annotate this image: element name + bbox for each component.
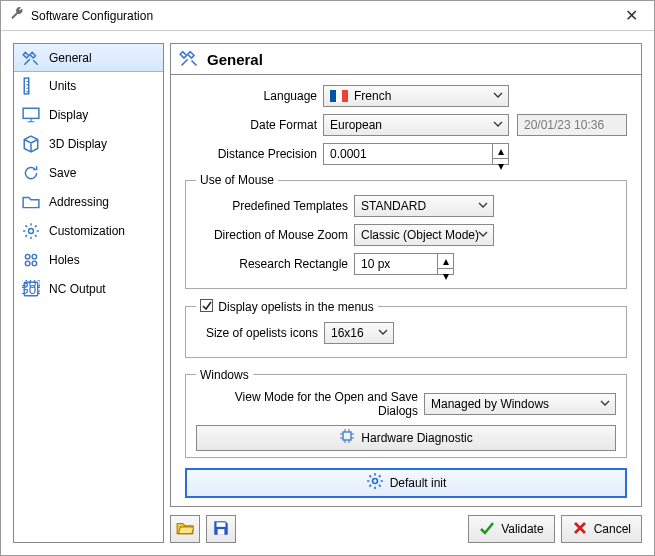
opelists-group: Display opelists in the menus Size of op… (185, 299, 627, 358)
sidebar-item-label: General (49, 51, 92, 65)
mouse-group: Use of Mouse Predefined Templates STANDA… (185, 173, 627, 289)
opelist-size-label: Size of opelists icons (196, 326, 324, 340)
content: General Units Display 3D Display Save (1, 31, 654, 555)
chevron-down-icon (493, 118, 503, 132)
opelist-size-select[interactable]: 16x16 (324, 322, 394, 344)
precision-label: Distance Precision (185, 147, 323, 161)
chevron-down-icon (478, 228, 488, 242)
floppy-icon (212, 519, 230, 540)
monitor-icon (22, 106, 40, 124)
panel-title: General (207, 51, 263, 68)
language-value: French (354, 89, 391, 103)
windows-legend: Windows (196, 368, 253, 382)
folder-icon (22, 193, 40, 211)
svg-rect-12 (217, 522, 226, 527)
language-select[interactable]: French (323, 85, 509, 107)
svg-point-5 (25, 261, 30, 266)
sidebar-item-general[interactable]: General (13, 43, 164, 72)
sidebar-item-nc-output[interactable]: G01G02 NC Output (14, 274, 163, 303)
cross-icon (572, 520, 588, 539)
svg-point-3 (25, 254, 30, 259)
default-init-label: Default init (390, 476, 447, 490)
gear-icon (366, 472, 384, 493)
precision-value: 0.0001 (330, 147, 367, 161)
precision-input[interactable]: 0.0001 ▴▾ (323, 143, 509, 165)
close-icon[interactable]: ✕ (616, 6, 646, 25)
viewmode-value: Managed by Windows (431, 397, 549, 411)
save-button[interactable] (206, 515, 236, 543)
refresh-icon (22, 164, 40, 182)
sidebar-item-addressing[interactable]: Addressing (14, 187, 163, 216)
sidebar-item-label: Display (49, 108, 88, 122)
sidebar-item-label: NC Output (49, 282, 106, 296)
spinner-icon[interactable]: ▴▾ (492, 144, 508, 164)
sidebar-item-label: Units (49, 79, 76, 93)
sidebar-item-label: Save (49, 166, 76, 180)
chevron-down-icon (493, 89, 503, 103)
validate-button[interactable]: Validate (468, 515, 554, 543)
hw-diag-label: Hardware Diagnostic (361, 431, 472, 445)
opelist-size-value: 16x16 (331, 326, 364, 340)
sidebar: General Units Display 3D Display Save (13, 43, 164, 543)
dateformat-sample: 20/01/23 10:36 (517, 114, 627, 136)
rect-label: Research Rectangle (196, 257, 354, 271)
opelists-legend: Display opelists in the menus (196, 299, 378, 314)
sidebar-item-display[interactable]: Display (14, 100, 163, 129)
tools-icon (179, 48, 199, 71)
rect-value: 10 px (361, 257, 390, 271)
validate-label: Validate (501, 522, 543, 536)
gear-icon (22, 222, 40, 240)
wrench-icon (9, 6, 25, 25)
sidebar-item-customization[interactable]: Customization (14, 216, 163, 245)
panel-body: Language French Date Format European (170, 75, 642, 507)
open-button[interactable] (170, 515, 200, 543)
svg-point-4 (32, 254, 37, 259)
zoom-value: Classic (Object Mode) (361, 228, 479, 242)
templates-label: Predefined Templates (196, 199, 354, 213)
dateformat-select[interactable]: European (323, 114, 509, 136)
cancel-button[interactable]: Cancel (561, 515, 642, 543)
titlebar: Software Configuration ✕ (1, 1, 654, 31)
opelists-checkbox[interactable] (200, 299, 213, 312)
svg-rect-13 (218, 529, 225, 535)
chip-icon (339, 428, 355, 447)
windows-group: Windows View Mode for the Open and Save … (185, 368, 627, 458)
sidebar-item-label: Addressing (49, 195, 109, 209)
svg-point-11 (372, 479, 377, 484)
svg-rect-10 (343, 432, 351, 440)
dateformat-value: European (330, 118, 382, 132)
default-init-button[interactable]: Default init (185, 468, 627, 498)
chevron-down-icon (600, 397, 610, 411)
window-title: Software Configuration (31, 9, 616, 23)
opelists-check-label: Display opelists in the menus (218, 300, 373, 314)
sidebar-item-3d-display[interactable]: 3D Display (14, 129, 163, 158)
holes-icon (22, 251, 40, 269)
dateformat-label: Date Format (185, 118, 323, 132)
check-icon (479, 520, 495, 539)
sidebar-item-units[interactable]: Units (14, 71, 163, 100)
mouse-legend: Use of Mouse (196, 173, 278, 187)
zoom-select[interactable]: Classic (Object Mode) (354, 224, 494, 246)
ruler-icon (22, 77, 40, 95)
sidebar-item-save[interactable]: Save (14, 158, 163, 187)
viewmode-label: View Mode for the Open and Save Dialogs (196, 390, 424, 418)
footer: Validate Cancel (170, 515, 642, 543)
svg-point-6 (32, 261, 37, 266)
cube-icon (22, 135, 40, 153)
sidebar-item-holes[interactable]: Holes (14, 245, 163, 274)
panel-header: General (170, 43, 642, 75)
tools-icon (22, 49, 40, 67)
templates-value: STANDARD (361, 199, 426, 213)
gcode-icon: G01G02 (22, 280, 40, 298)
spinner-icon[interactable]: ▴▾ (437, 254, 453, 274)
hardware-diagnostic-button[interactable]: Hardware Diagnostic (196, 425, 616, 451)
svg-point-2 (29, 228, 34, 233)
viewmode-select[interactable]: Managed by Windows (424, 393, 616, 415)
language-label: Language (185, 89, 323, 103)
zoom-label: Direction of Mouse Zoom (196, 228, 354, 242)
sidebar-item-label: Customization (49, 224, 125, 238)
svg-text:G02: G02 (22, 281, 40, 296)
cancel-label: Cancel (594, 522, 631, 536)
rect-input[interactable]: 10 px ▴▾ (354, 253, 454, 275)
templates-select[interactable]: STANDARD (354, 195, 494, 217)
